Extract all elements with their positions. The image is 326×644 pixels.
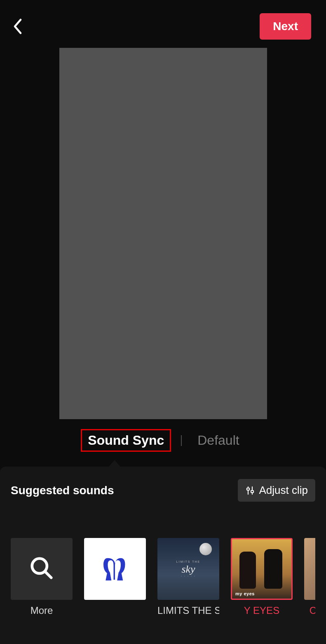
figure-graphic (264, 549, 282, 589)
tab-divider (181, 435, 182, 446)
suggested-sounds-panel: Suggested sounds Adjust clip (0, 467, 326, 644)
header-bar: Next (0, 0, 326, 41)
sliders-icon (245, 486, 255, 495)
sound-item-track2[interactable]: LIMITS THE sky · · · · · LIMITS THE S (157, 538, 219, 616)
adjust-clip-label: Adjust clip (259, 484, 308, 497)
next-button[interactable]: Next (260, 13, 311, 40)
tab-pointer (109, 460, 120, 467)
tab-sound-sync[interactable]: Sound Sync (81, 429, 171, 452)
preview-area (0, 41, 326, 419)
svg-rect-1 (247, 488, 249, 490)
sound-carousel[interactable]: More LIMITS THE sky · · · · · LIMITS THE… (11, 538, 315, 616)
album-caption: my eyes (235, 591, 255, 596)
svg-line-5 (45, 572, 51, 578)
album-art[interactable] (84, 538, 146, 600)
panel-title: Suggested sounds (11, 484, 114, 497)
album-art[interactable]: LIMITS THE sky · · · · · (157, 538, 219, 600)
album-art[interactable] (304, 538, 315, 600)
svg-rect-3 (251, 491, 253, 493)
tab-default[interactable]: Default (192, 430, 245, 451)
search-icon (29, 555, 54, 583)
sound-item-track3[interactable]: my eyes Y EYES (231, 538, 293, 616)
sound-item-track1[interactable] (84, 538, 146, 616)
album-art[interactable]: my eyes (231, 538, 293, 600)
album-pretitle: LIMITS THE (176, 560, 200, 563)
more-tile[interactable] (11, 538, 73, 600)
moon-graphic (199, 543, 212, 555)
video-preview[interactable] (59, 48, 267, 419)
chevron-left-icon (12, 18, 24, 35)
album-subtitle-graphic: · · · · · (181, 575, 196, 578)
sound-label: More (30, 605, 53, 616)
sound-item-track4[interactable]: CL (304, 538, 315, 616)
panel-header: Suggested sounds Adjust clip (11, 479, 315, 502)
sound-item-more[interactable]: More (11, 538, 73, 616)
sound-label: LIMITS THE S (157, 605, 219, 616)
back-button[interactable] (12, 18, 24, 35)
sound-label: Y EYES (244, 605, 279, 616)
album-art-graphic (96, 554, 134, 583)
sound-label: CL (310, 605, 315, 616)
figure-graphic (239, 552, 256, 589)
adjust-clip-button[interactable]: Adjust clip (238, 479, 316, 502)
album-title-graphic: sky (181, 563, 195, 576)
sync-tabs: Sound Sync Default (0, 429, 326, 452)
